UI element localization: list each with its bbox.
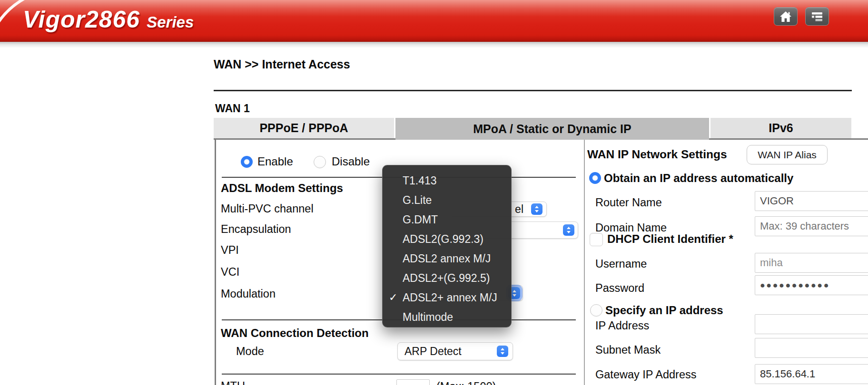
home-button[interactable] [774, 7, 798, 26]
menu-item-adsl2plus-annex[interactable]: ADSL2+ annex M/J [403, 291, 497, 304]
obtain-ip-label: Obtain an IP address automatically [604, 172, 793, 185]
brand-name: Vigor2866 [23, 6, 140, 33]
menu-toggle-button[interactable] [805, 7, 829, 26]
check-icon: ✓ [389, 291, 397, 304]
menu-item-adsl2[interactable]: ADSL2(G.992.3) [403, 233, 483, 246]
menu-item-adsl2-annex[interactable]: ADSL2 annex M/J [403, 252, 491, 265]
mtu-input[interactable] [396, 379, 430, 385]
mtu-hint: (Max: 1500) [436, 380, 496, 385]
wan-ip-alias-label: WAN IP Alias [758, 149, 817, 161]
menu-icon [811, 11, 823, 22]
panel-column-divider [584, 140, 585, 385]
home-icon [779, 10, 792, 23]
brand-suffix: Series [147, 13, 194, 31]
wan-ip-settings-title: WAN IP Network Settings [587, 148, 727, 161]
enable-label: Enable [257, 155, 293, 168]
breadcrumb: WAN >> Internet Access [214, 58, 350, 71]
disable-radio[interactable] [314, 156, 326, 168]
vci-label: VCI [221, 266, 239, 279]
tab-ipv6[interactable]: IPv6 [710, 118, 851, 138]
password-input[interactable] [755, 275, 868, 295]
enable-radio[interactable] [241, 156, 253, 168]
router-admin-page: Vigor2866 Series WAN >> Internet Access … [0, 0, 868, 385]
modulation-label: Modulation [221, 288, 276, 300]
modulation-dropdown-menu: T1.413 G.Lite G.DMT ADSL2(G.992.3) ADSL2… [382, 165, 512, 327]
disable-label: Disable [332, 155, 370, 168]
header-shadow [0, 42, 868, 48]
menu-item-gdmt[interactable]: G.DMT [403, 213, 438, 226]
password-label: Password [595, 282, 644, 295]
obtain-ip-radio[interactable] [589, 172, 601, 184]
chevron-updown-icon [497, 346, 508, 357]
gateway-input[interactable] [755, 364, 868, 384]
separator [222, 374, 576, 375]
dhcp-client-label: DHCP Client Identifier * [607, 232, 733, 246]
username-label: Username [595, 258, 647, 270]
ip-address-input[interactable] [755, 314, 868, 334]
menu-item-t1413[interactable]: T1.413 [403, 174, 437, 187]
vpi-label: VPI [221, 244, 239, 257]
username-input[interactable] [755, 253, 868, 273]
mode-label: Mode [236, 345, 264, 358]
specify-ip-label: Specify an IP address [605, 304, 723, 317]
tab-label: IPv6 [769, 121, 793, 135]
wan-ip-alias-button[interactable]: WAN IP Alias [747, 145, 828, 164]
detection-mode-value: ARP Detect [404, 345, 462, 358]
dhcp-client-checkbox[interactable] [590, 233, 603, 246]
encapsulation-label: Encapsulation [221, 223, 291, 236]
multi-pvc-select-value: el [515, 203, 523, 216]
wan-section-title: WAN 1 [215, 102, 250, 115]
chevron-updown-icon [531, 203, 542, 215]
detection-mode-select[interactable]: ARP Detect [397, 342, 513, 360]
wan-detection-title: WAN Connection Detection [221, 327, 369, 340]
tab-label: MPoA / Static or Dynamic IP [473, 122, 631, 136]
menu-item-glite[interactable]: G.Lite [403, 194, 432, 207]
gateway-label: Gateway IP Address [595, 368, 697, 381]
menu-item-adsl2plus[interactable]: ADSL2+(G.992.5) [403, 272, 490, 285]
panel-border-left [215, 138, 216, 385]
multi-pvc-label: Multi-PVC channel [221, 202, 314, 215]
menu-item-multimode[interactable]: Multimode [403, 311, 453, 324]
subnet-mask-label: Subnet Mask [595, 344, 661, 356]
router-name-label: Router Name [595, 196, 662, 209]
tab-pppoe-pppoa[interactable]: PPPoE / PPPoA [214, 118, 394, 138]
ip-address-label: IP Address [595, 319, 649, 332]
domain-name-input[interactable] [755, 216, 868, 236]
chevron-updown-icon [563, 224, 574, 236]
specify-ip-radio[interactable] [590, 304, 602, 317]
tab-mpoa-static-dynamic-ip[interactable]: MPoA / Static or Dynamic IP [395, 118, 709, 140]
breadcrumb-rule [214, 90, 852, 91]
tab-label: PPPoE / PPPoA [259, 121, 348, 135]
router-name-input[interactable] [755, 191, 868, 211]
adsl-settings-title: ADSL Modem Settings [221, 182, 343, 195]
brand-logo: Vigor2866 Series [23, 6, 194, 33]
subnet-mask-input[interactable] [755, 338, 868, 358]
mtu-label: MTU [221, 380, 245, 385]
